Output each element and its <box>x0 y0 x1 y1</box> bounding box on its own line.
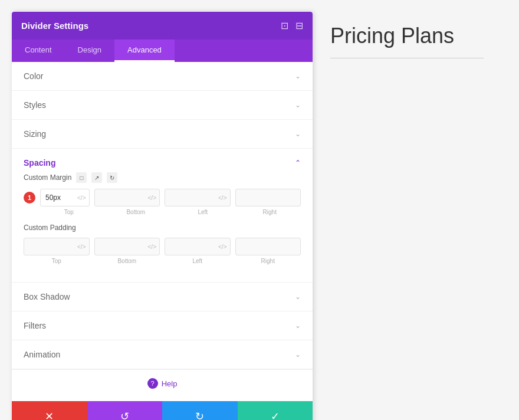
filters-label: Filters <box>24 321 46 330</box>
divider-settings-panel: Divider Settings ⊡ ⊟ Content Design Adva… <box>12 12 313 420</box>
styles-label: Styles <box>24 100 46 110</box>
right-panel: Pricing Plans <box>313 0 519 420</box>
link-icon-left: </> <box>218 195 226 201</box>
help-icon: ? <box>147 378 158 389</box>
margin-right-label: Right <box>239 209 301 215</box>
padding-left-group: </> <box>165 238 231 255</box>
custom-margin-header: Custom Margin □ ↗ ↻ <box>24 172 301 183</box>
padding-inputs-row: </> </> </> <box>24 238 301 255</box>
redo-button[interactable]: ↻ <box>162 401 238 420</box>
padding-top-label: Top <box>24 258 90 264</box>
spacing-title: Spacing <box>24 158 55 168</box>
sizing-section[interactable]: Sizing ⌄ <box>12 120 313 149</box>
padding-right-group <box>235 238 301 255</box>
cancel-icon: ✕ <box>45 410 54 420</box>
padding-bottom-label: Bottom <box>94 258 160 264</box>
panel-body: Color ⌄ Styles ⌄ Sizing ⌄ Spacing ⌃ <box>12 62 313 401</box>
reset-button[interactable]: ↺ <box>87 401 163 420</box>
color-label: Color <box>24 71 43 81</box>
box-shadow-chevron: ⌄ <box>295 293 301 301</box>
cancel-button[interactable]: ✕ <box>12 401 87 420</box>
margin-right-group <box>235 189 301 206</box>
panel-title: Divider Settings <box>21 21 88 31</box>
padding-labels-row: Top Bottom Left Right <box>24 258 301 264</box>
app-container: Divider Settings ⊡ ⊟ Content Design Adva… <box>0 0 519 420</box>
margin-labels-row: Top Bottom Left Right <box>24 209 301 215</box>
pricing-divider <box>330 58 484 58</box>
sizing-chevron: ⌄ <box>295 130 301 138</box>
filters-chevron: ⌄ <box>295 321 301 330</box>
margin-bottom-label: Bottom <box>105 209 167 215</box>
link-toggle-icon[interactable]: □ <box>76 172 87 183</box>
margin-right-input[interactable] <box>235 189 301 206</box>
link-icon-pad-bottom: </> <box>148 244 156 250</box>
link-icon-pad-left: </> <box>218 244 226 250</box>
color-chevron: ⌄ <box>295 72 301 80</box>
redo-icon: ↻ <box>195 410 204 420</box>
custom-margin-label: Custom Margin <box>24 173 71 182</box>
animation-chevron: ⌄ <box>295 350 301 359</box>
tab-bar: Content Design Advanced <box>12 40 313 62</box>
link-icon-bottom: </> <box>148 195 156 201</box>
badge-1: 1 <box>24 192 35 204</box>
tab-content[interactable]: Content <box>12 40 65 62</box>
help-label: Help <box>162 379 178 388</box>
custom-padding-header: Custom Padding <box>24 224 301 232</box>
padding-top-group: </> <box>24 238 90 255</box>
margin-top-group: 1 </> <box>24 189 90 206</box>
cursor-icon[interactable]: ↗ <box>91 172 102 183</box>
margin-bottom-group: </> <box>94 189 160 206</box>
margin-left-group: </> <box>165 189 231 206</box>
panel-footer: ✕ ↺ ↻ ✓ <box>12 401 313 420</box>
box-shadow-section[interactable]: Box Shadow ⌄ <box>12 283 313 311</box>
header-icons-group: ⊡ ⊟ <box>281 20 303 31</box>
tab-design[interactable]: Design <box>65 40 114 62</box>
box-shadow-label: Box Shadow <box>24 292 70 301</box>
link-icon-top: </> <box>77 195 86 201</box>
margin-left-label: Left <box>172 209 234 215</box>
reset-icon: ↺ <box>120 410 129 420</box>
sizing-label: Sizing <box>24 129 46 139</box>
save-button[interactable]: ✓ <box>238 401 313 420</box>
focus-icon[interactable]: ⊡ <box>281 20 288 31</box>
custom-padding-label: Custom Padding <box>24 224 76 232</box>
spacing-chevron: ⌃ <box>295 159 301 167</box>
styles-section[interactable]: Styles ⌄ <box>12 91 313 120</box>
help-row: ? Help <box>12 369 313 397</box>
styles-chevron: ⌄ <box>295 101 301 109</box>
padding-left-label: Left <box>165 258 231 264</box>
margin-inputs-row: 1 </> </> </> <box>24 189 301 206</box>
layout-icon[interactable]: ⊟ <box>295 20 303 31</box>
save-icon: ✓ <box>271 410 280 420</box>
reset-icon[interactable]: ↻ <box>107 172 117 183</box>
help-link[interactable]: ? Help <box>20 378 304 389</box>
panel-header: Divider Settings ⊡ ⊟ <box>12 12 313 40</box>
filters-section[interactable]: Filters ⌄ <box>12 311 313 340</box>
padding-right-label: Right <box>235 258 301 264</box>
margin-top-label: Top <box>24 209 100 215</box>
spacing-header[interactable]: Spacing ⌃ <box>24 149 301 172</box>
pricing-title: Pricing Plans <box>330 24 501 48</box>
animation-label: Animation <box>24 350 60 359</box>
animation-section[interactable]: Animation ⌄ <box>12 340 313 369</box>
spacing-section: Spacing ⌃ Custom Margin □ ↗ ↻ 1 <box>12 149 313 283</box>
link-icon-pad-top: </> <box>77 244 86 250</box>
tab-advanced[interactable]: Advanced <box>114 40 175 62</box>
padding-bottom-group: </> <box>94 238 160 255</box>
padding-right-input[interactable] <box>235 238 301 255</box>
color-section[interactable]: Color ⌄ <box>12 62 313 91</box>
